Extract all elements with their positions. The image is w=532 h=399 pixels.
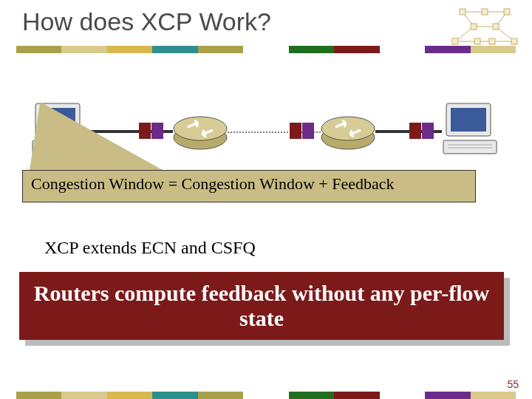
divider-seg	[243, 392, 288, 399]
packet-marker	[422, 123, 434, 139]
footer-divider	[16, 392, 516, 399]
svg-rect-17	[489, 38, 495, 44]
svg-rect-30	[443, 140, 497, 154]
page-title: How does XCP Work?	[22, 7, 271, 36]
packet-marker	[151, 123, 163, 139]
svg-point-25	[174, 117, 227, 140]
svg-point-27	[321, 117, 375, 140]
divider-seg	[380, 392, 425, 399]
extends-text: XCP extends ECN and CSFQ	[44, 238, 256, 258]
slide: How does XCP Work?	[0, 0, 532, 399]
packet-marker	[139, 123, 151, 139]
svg-rect-12	[504, 9, 510, 15]
svg-rect-18	[511, 38, 517, 44]
svg-rect-16	[474, 38, 480, 44]
divider-seg	[380, 46, 425, 53]
divider-seg	[61, 46, 106, 53]
highlight-box: Routers compute feedback without any per…	[19, 272, 504, 340]
packet-marker	[290, 123, 301, 139]
highlight-text: Routers compute feedback without any per…	[19, 281, 504, 332]
router-b-icon	[319, 111, 377, 152]
divider-seg	[289, 392, 334, 399]
packet-marker	[409, 123, 421, 139]
divider-seg	[16, 46, 61, 53]
divider-seg	[198, 392, 243, 399]
divider-seg	[152, 46, 197, 53]
divider-seg	[243, 46, 288, 53]
computer-right-icon	[440, 99, 499, 163]
network-ornament-icon	[448, 4, 522, 50]
title-divider	[16, 46, 516, 53]
divider-seg	[16, 392, 61, 399]
divider-seg	[107, 392, 152, 399]
svg-rect-10	[460, 9, 466, 15]
page-number: 55	[507, 378, 519, 390]
svg-rect-14	[493, 24, 499, 30]
router-a-icon	[171, 111, 229, 152]
divider-seg	[198, 46, 243, 53]
svg-rect-11	[482, 9, 488, 15]
packet-marker	[302, 123, 314, 139]
divider-seg	[334, 392, 379, 399]
congestion-equation: Congestion Window = Congestion Window + …	[31, 174, 395, 194]
svg-rect-15	[452, 38, 458, 44]
svg-rect-13	[471, 24, 477, 30]
divider-seg	[289, 46, 334, 53]
divider-seg	[61, 392, 106, 399]
svg-rect-29	[451, 108, 486, 132]
divider-seg	[425, 392, 470, 399]
divider-seg	[471, 392, 516, 399]
divider-seg	[334, 46, 379, 53]
divider-seg	[152, 392, 197, 399]
divider-seg	[107, 46, 152, 53]
